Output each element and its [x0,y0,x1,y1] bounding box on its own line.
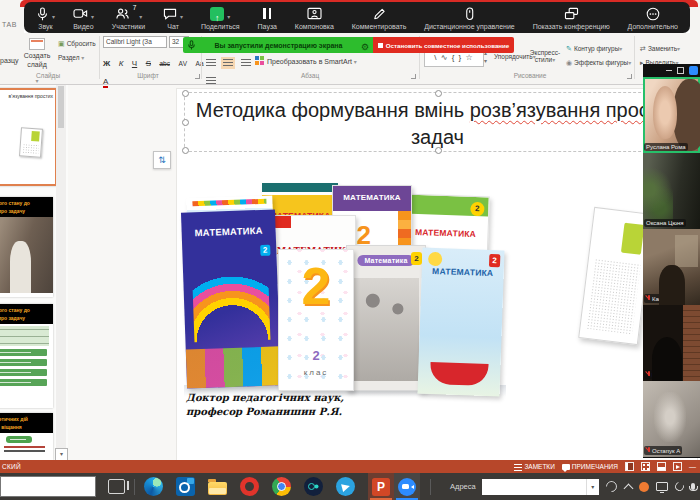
scrollbar-thumb[interactable] [58,86,64,128]
resize-handle[interactable] [182,147,189,154]
dialog-launcher-icon[interactable] [627,74,632,79]
outlook-icon[interactable] [176,477,195,496]
slideshow-button[interactable] [673,462,682,471]
chevron-down-icon[interactable] [180,5,183,23]
align-center-icon[interactable] [223,59,233,67]
title-textbox[interactable]: Методика формування вмінь розв’язування … [184,92,691,152]
ellipsis-icon [646,7,660,21]
char-spacing-button[interactable]: АV [178,60,187,67]
sync-icon[interactable] [673,480,685,492]
notes-button[interactable]: ЗАМЕТКИ [514,463,554,471]
clear-format-button[interactable]: abc [159,60,169,67]
screen: ТАВ разцу Создать слайд Сбросить Раздел … [0,0,700,500]
resize-handle[interactable] [435,90,442,97]
slide-thumbnail-3[interactable]: чного стану допро задачу [0,304,53,408]
minimize-icon[interactable] [666,70,672,72]
video-tile-3[interactable]: Кафедра п [643,229,700,305]
align-left-icon[interactable] [206,59,216,67]
remote-control-button[interactable]: Дистанционное управление [424,6,515,30]
telegram-icon[interactable] [336,477,355,496]
panel-app-icon[interactable] [689,66,698,75]
chevron-down-icon[interactable] [227,5,230,23]
muted-mic-icon [646,371,651,378]
slide-edit-area: Методика формування вмінь розв’язування … [68,84,643,460]
video-tile-1[interactable]: Руслана Рома [643,77,700,153]
resize-handle[interactable] [182,119,189,126]
tray-expand-icon[interactable] [623,483,633,493]
more-button[interactable]: Дополнительно [628,6,678,30]
resize-handle[interactable] [435,147,442,154]
reset-button[interactable]: Сбросить [58,40,96,48]
thumbnails-scrollbar[interactable] [56,84,66,460]
align-right-icon[interactable] [241,59,251,67]
section-button[interactable]: Раздел [58,54,84,61]
resize-handle[interactable] [182,90,189,97]
maximize-icon[interactable] [677,67,684,74]
task-view-icon[interactable] [108,479,125,494]
new-slide-button[interactable]: Создать слайд [16,38,58,87]
strikethrough-button[interactable]: S [146,59,151,68]
slide-thumbnail-2[interactable]: чного стану допро задачу [0,197,53,297]
chrome-icon[interactable] [272,477,291,496]
quick-styles-button[interactable]: Экспресс- стили [528,49,562,63]
smartart-button[interactable]: Преобразовать в SmartArt [255,56,357,65]
chevron-down-icon[interactable] [52,5,55,23]
bold-button[interactable]: Ж [103,59,110,68]
opera-icon[interactable] [240,477,259,496]
taskbar-search-input[interactable] [0,476,96,497]
zoom-out-button[interactable] [689,463,696,470]
participant-name: Войтович [644,370,680,379]
chat-icon [163,7,177,20]
dialog-launcher-icon[interactable] [195,74,200,79]
tray-app-icon[interactable] [639,482,649,492]
language-indicator[interactable]: СКИЙ [2,463,21,470]
gear-icon[interactable] [361,36,369,54]
group-label-drawing: Рисование [440,72,620,79]
layout-button[interactable]: Компоновка [295,6,334,30]
italic-button[interactable]: К [119,59,124,68]
shape-outline-button[interactable]: Контур фигуры [566,45,622,53]
video-button[interactable]: Видео [73,6,94,30]
textbook-cover: Математика2 [346,245,426,391]
shape-effects-button[interactable]: Эффекты фигуры [566,59,631,67]
replace-button[interactable]: Заменить [640,45,680,53]
normal-view-button[interactable] [625,462,634,471]
slide-thumbnail-1[interactable]: в’язування простих [0,88,57,186]
dialog-launcher-icon[interactable] [411,74,416,79]
chat-button[interactable]: Чат [163,6,183,30]
edge-icon[interactable] [144,477,163,496]
reading-view-button[interactable] [657,462,666,471]
chevron-down-icon[interactable] [91,5,94,23]
file-explorer-icon[interactable] [208,482,227,495]
font-name-combobox[interactable]: Calibri Light (За [103,36,167,48]
align-justify-icon[interactable] [206,77,216,85]
address-dropdown-icon[interactable] [586,479,599,495]
display-icon[interactable] [656,482,668,491]
video-tile-5[interactable]: Остапук А [643,381,700,457]
underline-button[interactable]: Ч [132,59,137,68]
group-label-font: Шрифт [103,72,193,79]
address-input[interactable] [482,479,586,495]
tray-microphone-icon[interactable] [691,483,695,490]
change-case-button[interactable]: Аа [196,60,204,67]
slide-thumbnail-4[interactable]: метичних дійвіщання [0,413,53,460]
autofit-options-button[interactable] [153,151,171,169]
camera-icon [73,7,88,20]
stop-share-button[interactable]: Остановить совместное использование [373,37,514,53]
video-tile-2[interactable]: Оксана Цюня [643,153,700,229]
pause-share-button[interactable]: Пауза [258,6,277,30]
webex-icon[interactable] [304,477,323,496]
share-screen-button[interactable]: Поделиться [201,6,240,30]
participants-button[interactable]: 7 Участники [112,6,145,30]
show-conference-button[interactable]: Показать конференцию [533,6,610,30]
powerpoint-taskbar-button[interactable] [368,473,394,500]
annotate-button[interactable]: Комментировать [352,6,407,30]
zoom-taskbar-button[interactable] [394,473,420,500]
video-tile-4[interactable]: Войтович [643,305,700,381]
panel-titlebar [643,64,700,77]
chevron-down-icon[interactable] [139,5,142,23]
audio-button[interactable]: Звук [36,6,55,30]
refresh-icon[interactable] [603,479,619,495]
comments-button[interactable]: ПРИМЕЧАНИЯ [562,463,618,470]
slide-sorter-view-button[interactable] [641,462,650,471]
